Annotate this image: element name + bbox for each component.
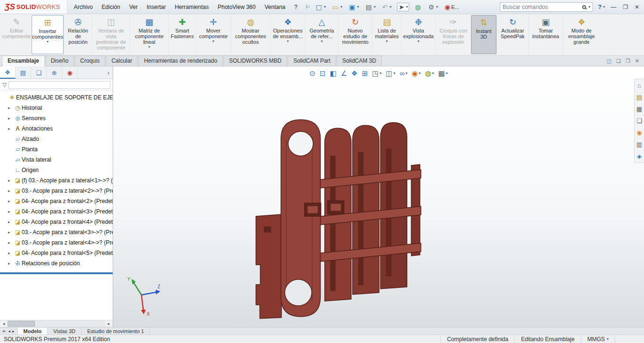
edit-appearance-icon[interactable]: ◉ ▾: [412, 70, 421, 77]
configuration-manager-tab[interactable]: ❏: [31, 66, 47, 79]
menu-ver[interactable]: Ver: [129, 4, 138, 10]
expand-arrow-icon[interactable]: ▸: [8, 188, 14, 193]
expand-arrow-icon[interactable]: ▸: [8, 178, 14, 183]
status-units[interactable]: MMGS ▾: [581, 335, 615, 343]
expand-arrow-icon[interactable]: ▸: [8, 209, 14, 214]
pane-arrange-icon[interactable]: ◫: [607, 58, 611, 64]
tree-item[interactable]: ▸ ❖ ENSAMBLAJE DE SOPORTE DE EJE Z (Pre: [0, 92, 113, 103]
filter-icon[interactable]: ▽: [2, 82, 7, 88]
scroll-right-icon[interactable]: ▸: [105, 321, 113, 326]
pane-maximize-icon[interactable]: ❏: [616, 58, 621, 64]
tab-modelo[interactable]: Modelo: [18, 327, 48, 335]
filter-input[interactable]: [8, 81, 110, 89]
help-button[interactable]: ? ▾: [598, 3, 605, 10]
expand-arrow-icon[interactable]: ▸: [8, 126, 14, 131]
tree-item[interactable]: ▸ ◎ Sensores: [0, 113, 113, 123]
open-icon[interactable]: ▭ ▾: [331, 3, 343, 11]
expand-arrow-icon[interactable]: ▸: [8, 106, 14, 110]
panel-flyout-icon[interactable]: ›: [104, 66, 113, 79]
graphics-viewport[interactable]: ⊙ ▾ ⊡ ▾ ◧ ▾ ∠ ▾ ❖: [113, 66, 644, 327]
expand-arrow-icon[interactable]: ▸: [8, 116, 14, 121]
tree-item[interactable]: ▸ A Anotaciones: [0, 123, 113, 134]
tab-estudio-de-movimiento-1[interactable]: Estudio de movimiento 1: [82, 327, 150, 335]
select-cursor-icon[interactable]: ➤ ▾: [397, 3, 409, 11]
property-manager-tab[interactable]: ▤: [16, 66, 31, 79]
menu-ventana[interactable]: Ventana: [264, 4, 285, 10]
mate-button[interactable]: ✇ Relación de posición ▾: [64, 15, 92, 54]
tab-ensamblaje[interactable]: Ensamblaje: [2, 56, 45, 66]
scroll-left-icon[interactable]: ◂: [0, 321, 8, 326]
tab-solidworks-mbd[interactable]: SOLIDWORKS MBD: [223, 56, 287, 66]
custom-properties-icon[interactable]: ▥: [636, 141, 642, 147]
menu-archivo[interactable]: Archivo: [74, 4, 93, 10]
menu-herramientas[interactable]: Herramientas: [175, 4, 209, 10]
feature-manager-tab[interactable]: ❖: [0, 66, 16, 79]
tree-item[interactable]: ▸ ✇ Relaciones de posición: [0, 258, 113, 269]
display-style-icon[interactable]: ◫ ▾: [386, 70, 395, 77]
component-preview-window-button[interactable]: ◫ Ventana de vista preliminar de compone…: [92, 15, 130, 54]
hide-show-items-icon[interactable]: ∞ ▾: [400, 70, 408, 77]
apply-scene-icon[interactable]: ◍ ▾: [425, 70, 434, 77]
design-library-icon[interactable]: ▤: [636, 94, 642, 100]
pane-float-icon[interactable]: ❐: [626, 58, 630, 64]
rebuild-icon[interactable]: ◍ ▾: [414, 3, 422, 11]
tree-item[interactable]: ▸ ◪ 03.- Acople para z lateral<4>->? (Pr…: [0, 237, 113, 248]
edit-component-button[interactable]: ✎ Editar componente ▾: [1, 15, 32, 54]
tree-item[interactable]: ▸ ◪ 04- Acople para z frontal<5> (Predet: [0, 248, 113, 258]
new-document-icon[interactable]: ▢ ▾: [315, 3, 327, 11]
scroll-tabs-left-icon[interactable]: ◂: [8, 329, 11, 334]
take-snapshot-button[interactable]: ▣ Tomar instantánea ▾: [528, 15, 562, 54]
file-explorer-icon[interactable]: ▦: [636, 106, 642, 112]
view-orientation-icon[interactable]: ◳ ▾: [372, 70, 381, 77]
section-view-icon[interactable]: ◧ ▾: [330, 70, 336, 77]
new-motion-study-button[interactable]: ↻ Nuevo estudio de movimiento ▾: [338, 15, 372, 54]
move-component-button[interactable]: ✛ Mover componente ▾: [196, 15, 231, 54]
model-3d[interactable]: [113, 66, 644, 327]
bill-of-materials-button[interactable]: ▤ Lista de materiales ▾: [372, 15, 401, 54]
view-settings-icon[interactable]: ▦ ▾: [438, 70, 447, 77]
status-editing-assembly[interactable]: Editando Ensamblaje ▾: [514, 335, 580, 343]
rollback-bar[interactable]: [0, 272, 113, 274]
instant-3d-button[interactable]: ⇅ Instant 3D ▾: [471, 15, 496, 54]
tree-item[interactable]: ▸ ◪ 04- Acople para z frontal<2> (Predet: [0, 196, 113, 206]
status-fully-defined[interactable]: Completamente definida ▾: [440, 335, 514, 343]
expand-arrow-icon[interactable]: ▸: [8, 220, 14, 224]
tab-solidcam-3d[interactable]: SolidCAM 3D: [337, 56, 382, 66]
print-icon[interactable]: ▤ ▾: [364, 3, 376, 11]
tree-item[interactable]: ▸ ▱ Alzado: [0, 134, 113, 144]
tree-item[interactable]: ▸ ▱ Vista lateral: [0, 155, 113, 165]
smart-fasteners-button[interactable]: ✚ Smart Fasteners ▾: [168, 15, 196, 54]
zoom-to-area-icon[interactable]: ⊡ ▾: [320, 70, 326, 77]
undo-icon[interactable]: ↶ ▾: [381, 3, 393, 11]
expand-arrow-icon[interactable]: ▸: [8, 230, 14, 235]
pane-splitter-icon[interactable]: ⇤: [3, 329, 7, 334]
explode-line-sketch-button[interactable]: ✑ Croquis con líneas de explosión ▾: [435, 15, 471, 54]
view-palette-icon[interactable]: ❏: [636, 118, 642, 124]
tree-item[interactable]: ▸ ◪ 03.- Acople para z lateral<3>->? (Pr…: [0, 227, 113, 237]
tree-item[interactable]: ▸ ◪ 04- Acople para z frontal<3> (Predet: [0, 206, 113, 217]
tab-calcular[interactable]: Calcular: [106, 56, 138, 66]
edit-appearance-quick-icon[interactable]: ◉ E... ▾: [444, 3, 460, 11]
tab-solidcam-part[interactable]: SolidCAM Part: [288, 56, 336, 66]
appearances-icon[interactable]: ◉: [636, 130, 642, 136]
tab-herramientas-renderizado[interactable]: Herramientas de renderizado: [138, 56, 223, 66]
tree-item[interactable]: ▸ ◷ Historial: [0, 103, 113, 113]
search-dropdown-icon[interactable]: ▾: [588, 5, 590, 9]
tree-horizontal-scrollbar[interactable]: ◂ ▸: [0, 320, 113, 327]
dimxpert-manager-tab[interactable]: ⊕: [47, 66, 62, 79]
minimize-button[interactable]: —: [611, 4, 616, 10]
assembly-visualization-icon[interactable]: ❖ ▾: [351, 70, 357, 77]
menu-insertar[interactable]: Insertar: [147, 4, 166, 10]
menu-edicion[interactable]: Edición: [102, 4, 120, 10]
expand-arrow-icon[interactable]: ▸: [8, 261, 14, 266]
pin-icon[interactable]: ⚐: [305, 4, 310, 10]
linear-component-pattern-button[interactable]: ▦ Matriz de componente lineal ▾: [130, 15, 168, 54]
tree-item[interactable]: ▸ ◪ 03.- Acople para z lateral<2>->? (Pr…: [0, 186, 113, 196]
zoom-to-fit-icon[interactable]: ⊙ ▾: [309, 70, 315, 77]
expand-arrow-icon[interactable]: ▸: [8, 251, 14, 255]
tab-croquis[interactable]: Croquis: [74, 56, 105, 66]
measure-icon[interactable]: ∠ ▾: [341, 70, 347, 77]
pane-close-icon[interactable]: ✕: [635, 58, 639, 64]
menu-ayuda[interactable]: ?: [294, 4, 297, 10]
scroll-thumb[interactable]: [8, 321, 35, 327]
